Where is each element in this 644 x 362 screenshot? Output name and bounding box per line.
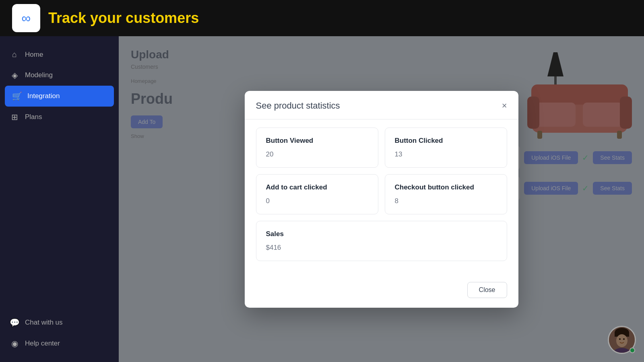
modal-header: See product statistics ×	[245, 91, 518, 119]
stat-label-add-to-cart: Add to cart clicked	[266, 183, 368, 191]
modal-title: See product statistics	[256, 101, 340, 111]
sidebar-label-plans: Plans	[25, 113, 42, 121]
sidebar-label-help: Help center	[25, 339, 60, 348]
home-icon: ⌂	[10, 50, 19, 59]
modal-close-footer-button[interactable]: Close	[467, 282, 507, 298]
top-header: ∞ Track your customers	[0, 0, 644, 36]
main-layout: ⌂ Home ◈ Modeling 🛒 Integration ⊞ Plans …	[0, 36, 644, 362]
stat-value-add-to-cart: 0	[266, 197, 368, 205]
sidebar-item-modeling[interactable]: ◈ Modeling	[0, 65, 119, 86]
modal-close-button[interactable]: ×	[502, 101, 507, 110]
modal-body: Button Viewed 20 Button Clicked 13 Add t…	[245, 119, 518, 276]
stat-label-checkout-clicked: Checkout button clicked	[395, 183, 497, 191]
stat-label-button-clicked: Button Clicked	[395, 137, 497, 145]
sidebar-item-plans[interactable]: ⊞ Plans	[0, 107, 119, 128]
stat-card-button-clicked: Button Clicked 13	[385, 128, 507, 168]
sales-value: $416	[266, 244, 497, 252]
sidebar-bottom: 💬 Chat with us ◉ Help center	[0, 312, 119, 354]
plans-icon: ⊞	[10, 112, 19, 122]
title-highlight: your customers	[90, 10, 199, 26]
title-track: Track	[48, 10, 90, 26]
sales-label: Sales	[266, 230, 497, 238]
logo-icon: ∞	[22, 11, 31, 26]
integration-icon: 🛒	[12, 91, 22, 101]
stat-value-checkout-clicked: 8	[395, 197, 497, 205]
sidebar-item-home[interactable]: ⌂ Home	[0, 44, 119, 65]
stat-card-checkout-clicked: Checkout button clicked 8	[385, 174, 507, 214]
chat-icon: 💬	[10, 318, 19, 327]
sales-card: Sales $416	[256, 221, 507, 261]
stat-card-add-to-cart: Add to cart clicked 0	[256, 174, 378, 214]
sidebar-item-integration[interactable]: 🛒 Integration	[5, 86, 114, 107]
product-stats-modal: See product statistics × Button Viewed 2…	[245, 91, 518, 308]
app-title: Track your customers	[48, 10, 199, 27]
stat-value-button-clicked: 13	[395, 150, 497, 158]
modal-footer: Close	[245, 276, 518, 308]
modal-overlay: See product statistics × Button Viewed 2…	[119, 36, 644, 362]
stats-grid: Button Viewed 20 Button Clicked 13 Add t…	[256, 128, 507, 214]
sidebar-label-modeling: Modeling	[25, 71, 53, 79]
sidebar-item-chat[interactable]: 💬 Chat with us	[0, 312, 119, 333]
sidebar-label-home: Home	[25, 51, 43, 59]
content-area: Upload Customers Homepage Produ Add To S…	[119, 36, 644, 362]
stat-label-button-viewed: Button Viewed	[266, 137, 368, 145]
help-icon: ◉	[10, 339, 19, 348]
app-logo: ∞	[12, 4, 40, 32]
sidebar-label-chat: Chat with us	[25, 319, 63, 327]
sidebar-label-integration: Integration	[27, 92, 60, 100]
stat-value-button-viewed: 20	[266, 150, 368, 158]
sidebar: ⌂ Home ◈ Modeling 🛒 Integration ⊞ Plans …	[0, 36, 119, 362]
modeling-icon: ◈	[10, 70, 19, 80]
sidebar-item-help[interactable]: ◉ Help center	[0, 333, 119, 354]
stat-card-button-viewed: Button Viewed 20	[256, 128, 378, 168]
